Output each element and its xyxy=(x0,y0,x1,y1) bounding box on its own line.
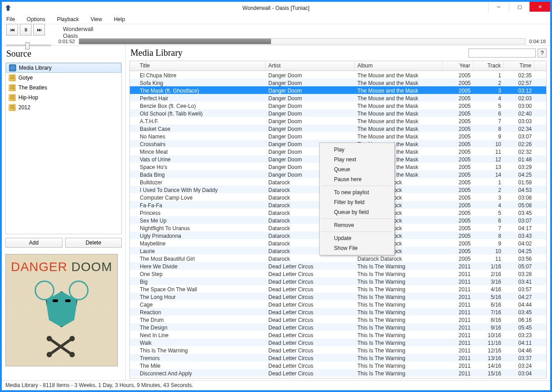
cell-time: 04:46 xyxy=(504,346,534,354)
cell-time: 03:07 xyxy=(504,132,534,140)
cell-year: 2005 xyxy=(443,71,473,79)
cell-track: 12/16 xyxy=(473,346,504,354)
table-row[interactable]: Sofa KingDanger DoomThe Mouse and the Ma… xyxy=(130,79,546,86)
cell-year: 2005 xyxy=(443,232,473,239)
menu-view[interactable]: View xyxy=(89,15,104,23)
add-button[interactable]: Add xyxy=(5,238,62,248)
context-menu-item[interactable]: Update xyxy=(321,233,393,243)
table-row[interactable]: Disconnect And ApplyDead Letter CircusTh… xyxy=(130,369,546,377)
cell-year: 2011 xyxy=(443,277,473,285)
table-row[interactable]: El Chupa NibreDanger DoomThe Mouse and t… xyxy=(130,71,546,79)
table-row[interactable]: The Space On The WallDead Letter CircusT… xyxy=(130,285,546,293)
table-row[interactable]: Next In LineDead Letter CircusThis Is Th… xyxy=(130,331,546,339)
cell-title: Bulldozer xyxy=(130,178,266,186)
minimize-button[interactable]: ─ xyxy=(488,2,509,12)
context-menu-item[interactable]: Play next xyxy=(321,155,393,165)
cell-track: 11/16 xyxy=(473,339,504,346)
context-menu-item[interactable]: Show File xyxy=(321,243,393,253)
table-row[interactable]: Benzie Box (ft. Cee-Lo)Danger DoomThe Mo… xyxy=(130,102,546,109)
context-menu-item[interactable]: Play xyxy=(321,145,393,155)
col-title[interactable]: Title xyxy=(130,61,266,71)
playlist-icon xyxy=(9,74,16,81)
seek-bar[interactable] xyxy=(79,38,526,45)
cell-album: This Is The Warning xyxy=(355,369,443,377)
context-menu-item[interactable]: To new playlist xyxy=(321,187,393,197)
table-row[interactable]: The Mask (ft. Ghostface)Danger DoomThe M… xyxy=(130,86,546,94)
col-track[interactable]: Track xyxy=(473,61,504,71)
table-row[interactable]: The Long HourDead Letter CircusThis Is T… xyxy=(130,293,546,300)
close-button[interactable]: ✕ xyxy=(530,2,550,12)
cell-album: This Is The Warning xyxy=(355,316,443,323)
table-row[interactable]: The DrumDead Letter CircusThis Is The Wa… xyxy=(130,316,546,323)
table-row[interactable]: A.T.H.F.Danger DoomThe Mouse and the Mas… xyxy=(130,117,546,125)
table-row[interactable]: Perfect HairDanger DoomThe Mouse and the… xyxy=(130,94,546,102)
prev-button[interactable]: ⏮ xyxy=(6,24,18,36)
cell-artist: Danger Doom xyxy=(266,125,355,132)
table-row[interactable]: The MileDead Letter CircusThis Is The Wa… xyxy=(130,361,546,369)
cell-title: Maybelline xyxy=(130,239,266,247)
cell-year: 2011 xyxy=(443,316,473,323)
volume-slider[interactable] xyxy=(6,45,51,46)
context-menu-item[interactable]: Pause here xyxy=(321,174,393,184)
col-time[interactable]: Time xyxy=(504,61,534,71)
cell-year: 2005 xyxy=(443,86,473,94)
table-row[interactable]: One StepDead Letter CircusThis Is The Wa… xyxy=(130,270,546,277)
context-menu: PlayPlay nextQueuePause hereTo new playl… xyxy=(319,143,395,255)
cell-artist: Dead Letter Circus xyxy=(266,361,355,369)
next-button[interactable]: ⏭ xyxy=(33,24,45,36)
table-row[interactable]: This Is The WarningDead Letter CircusThi… xyxy=(130,346,546,354)
cell-time: 03:03 xyxy=(504,117,534,125)
table-row[interactable]: The Most Beautiful GirlDatarockDatarock … xyxy=(130,254,546,262)
cell-time: 03:41 xyxy=(504,277,534,285)
cell-album: This Is The Warning xyxy=(355,277,443,285)
source-item[interactable]: The Beatles xyxy=(6,83,121,93)
cell-year: 2005 xyxy=(443,178,473,186)
menu-playback[interactable]: Playback xyxy=(55,15,81,23)
table-row[interactable]: Old School (ft. Talib Kweli)Danger DoomT… xyxy=(130,109,546,117)
source-item[interactable]: Hip-Hop xyxy=(6,93,121,102)
table-row[interactable]: ReactionDead Letter CircusThis Is The Wa… xyxy=(130,308,546,316)
cell-artist: Datarock xyxy=(266,254,355,262)
table-row[interactable]: CageDead Letter CircusThis Is The Warnin… xyxy=(130,300,546,308)
table-row[interactable]: No NamesDanger DoomThe Mouse and the Mas… xyxy=(130,132,546,140)
col-album[interactable]: Album xyxy=(355,61,443,71)
cell-time: 06:16 xyxy=(504,316,534,323)
titlebar[interactable]: Wonderwall - Oasis [Tuniac] ─ ▢ ✕ xyxy=(2,2,550,14)
cell-track: 6 xyxy=(473,216,504,224)
context-menu-item[interactable]: Queue by field xyxy=(321,207,393,217)
elapsed-time: 0:01:52 xyxy=(58,39,75,44)
cell-year: 2005 xyxy=(443,193,473,201)
table-row[interactable]: The DesignDead Letter CircusThis Is The … xyxy=(130,323,546,331)
table-row[interactable]: BigDead Letter CircusThis Is The Warning… xyxy=(130,277,546,285)
source-item[interactable]: Gotye xyxy=(6,73,121,83)
library-icon xyxy=(9,64,16,71)
menu-options[interactable]: Options xyxy=(25,15,47,23)
menu-file[interactable]: File xyxy=(4,15,17,23)
menu-help[interactable]: Help xyxy=(112,15,127,23)
help-button[interactable]: ? xyxy=(538,49,547,58)
pause-button[interactable]: ⏸ xyxy=(20,24,31,36)
source-item[interactable]: 2012 xyxy=(6,102,121,112)
table-row[interactable]: TremorsDead Letter CircusThis Is The War… xyxy=(130,354,546,361)
cell-title: The Long Hour xyxy=(130,293,266,300)
cell-time: 03:43 xyxy=(504,232,534,239)
menu-separator xyxy=(321,186,392,186)
cell-year: 2005 xyxy=(443,216,473,224)
delete-button[interactable]: Delete xyxy=(65,238,122,248)
table-row[interactable]: Here We DivideDead Letter CircusThis Is … xyxy=(130,262,546,270)
search-input[interactable] xyxy=(468,49,536,58)
source-item[interactable]: Media Library xyxy=(6,63,121,73)
cell-year: 2011 xyxy=(443,262,473,270)
table-row[interactable]: WalkDead Letter CircusThis Is The Warnin… xyxy=(130,339,546,346)
table-row[interactable]: Basket CaseDanger DoomThe Mouse and the … xyxy=(130,125,546,132)
cell-title: The Space On The Wall xyxy=(130,285,266,293)
cell-title: Perfect Hair xyxy=(130,94,266,102)
status-bar: Media Library - 8118 Items - 3 Weeks, 1 … xyxy=(2,380,550,390)
col-artist[interactable]: Artist xyxy=(266,61,355,71)
cell-year: 2011 xyxy=(443,270,473,277)
col-year[interactable]: Year xyxy=(443,61,473,71)
maximize-button[interactable]: ▢ xyxy=(509,2,530,12)
context-menu-item[interactable]: Queue xyxy=(321,165,393,174)
context-menu-item[interactable]: Filter by field xyxy=(321,197,393,207)
context-menu-item[interactable]: Remove xyxy=(321,220,393,230)
